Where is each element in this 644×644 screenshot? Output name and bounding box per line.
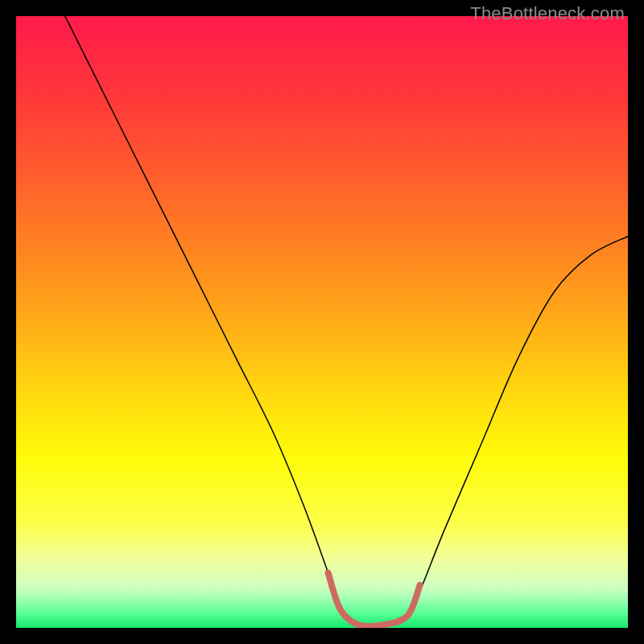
main-curve — [65, 16, 628, 626]
plot-area — [16, 16, 628, 628]
chart-frame: TheBottleneck.com — [0, 0, 644, 644]
curve-layer — [16, 16, 628, 628]
watermark-text: TheBottleneck.com — [470, 3, 625, 24]
valley-band — [328, 573, 420, 627]
